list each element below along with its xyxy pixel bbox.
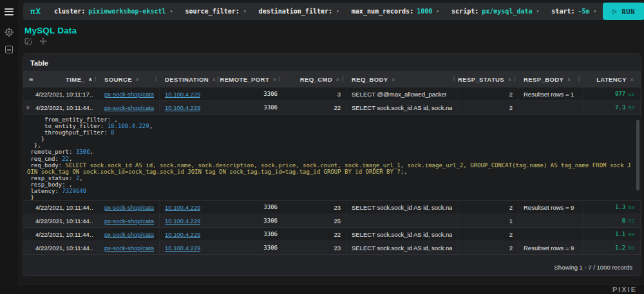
- cell-source: px-sock-shop/catalo…: [99, 241, 160, 254]
- cluster-helm-icon[interactable]: [3, 26, 15, 38]
- destination-link[interactable]: 10.100.4.229: [165, 244, 200, 252]
- script-arg[interactable]: script: px/mysql_data ▾: [451, 8, 539, 15]
- source-link[interactable]: px-sock-shop/catalo…: [104, 91, 154, 98]
- cell-req-cmd: 22: [283, 228, 346, 241]
- destination-link[interactable]: 10.100.4.229: [165, 231, 200, 238]
- page-footer: PIXIE: [18, 284, 644, 294]
- table-header: ≡ TIME_ ∧ ⋮ SOURCE ∧ ⋮ DESTINATION ∧ ⋮ R…: [23, 71, 641, 87]
- table-row[interactable]: ∨ 4/22/2021, 10:11:44… px-sock-shop/cata…: [23, 228, 641, 241]
- source-link[interactable]: px-sock-shop/catalo…: [104, 104, 154, 111]
- destination-link[interactable]: 10.100.4.229: [165, 104, 200, 111]
- cell-time: ∨ 4/22/2021, 10:11:44…: [23, 101, 99, 114]
- menu-icon[interactable]: [5, 6, 14, 17]
- detail-scrollbar[interactable]: [636, 120, 639, 190]
- column-menu-icon[interactable]: ⋮: [576, 76, 582, 82]
- destination-link[interactable]: 10.100.4.229: [165, 217, 200, 225]
- destination-link[interactable]: 10.100.4.229: [165, 204, 200, 211]
- column-header[interactable]: REMOTE_PORT ∧ ⋮: [222, 71, 283, 87]
- cell-remote-port: 3306: [222, 214, 283, 227]
- column-label: REQ_CMD: [300, 76, 332, 83]
- column-header[interactable]: LATENCY ∧: [583, 71, 641, 87]
- start-time-picker[interactable]: start: -5m ▾: [551, 8, 596, 15]
- source-link[interactable]: px-sock-shop/catalo…: [104, 244, 154, 252]
- table-row[interactable]: ∨ 4/22/2021, 10:11:44… px-sock-shop/cata…: [23, 214, 641, 228]
- chevron-down-icon[interactable]: ∨: [26, 104, 35, 111]
- record-count: Showing 1 - 7 / 1000 records: [554, 264, 632, 271]
- table-row[interactable]: ∨ 4/22/2021, 10:11:17… px-sock-shop/cata…: [23, 87, 641, 101]
- cell-req-body: SELECT sock.sock_id AS id, sock.name,…: [346, 241, 458, 254]
- column-header[interactable]: REQ_CMD ∧ ⋮: [283, 71, 346, 87]
- column-label: RESP_BODY: [524, 76, 564, 83]
- cell-destination: 10.100.4.229: [160, 101, 222, 114]
- pixie-logo[interactable]: πX: [30, 6, 41, 16]
- edit-icon[interactable]: [24, 37, 32, 45]
- cell-destination: 10.100.4.229: [160, 87, 222, 100]
- chevron-down-icon: ▾: [536, 8, 540, 14]
- latency-unit: ms: [628, 204, 635, 210]
- latency-value: 1.3: [615, 204, 625, 210]
- column-menu-icon[interactable]: ⋮: [512, 76, 518, 82]
- run-button[interactable]: ▷ RUN: [603, 3, 644, 20]
- column-menu-icon[interactable]: ⋮: [93, 76, 99, 82]
- source-link[interactable]: px-sock-shop/catalo…: [104, 204, 154, 211]
- cell-time: ∨ 4/22/2021, 10:11:44…: [23, 228, 99, 241]
- latency-value: 7.3: [615, 104, 625, 111]
- chevron-down-icon: ▾: [336, 8, 339, 14]
- column-menu-icon[interactable]: ⋮: [340, 76, 346, 82]
- source-link[interactable]: px-sock-shop/catalo…: [104, 231, 154, 238]
- scratchpad-icon[interactable]: [3, 44, 15, 55]
- cell-time: ∨ 4/22/2021, 10:11:44…: [23, 214, 99, 227]
- destination-link[interactable]: 10.100.4.229: [165, 91, 200, 98]
- table-row[interactable]: ∨ 4/22/2021, 10:11:44… px-sock-shop/cata…: [23, 241, 641, 255]
- cell-resp-body: Resultset rows = 1: [518, 87, 583, 100]
- column-label: REMOTE_PORT: [220, 76, 269, 83]
- column-menu-icon[interactable]: ⋮: [153, 76, 159, 82]
- script-arg[interactable]: destination_filter: ▾: [259, 8, 339, 15]
- chevron-down-icon: ▾: [436, 8, 439, 14]
- cell-latency: 7.3 ms: [583, 101, 641, 114]
- column-header[interactable]: ≡ TIME_ ∧ ⋮: [23, 71, 99, 87]
- cell-time: ∨ 4/22/2021, 10:11:17…: [23, 87, 99, 100]
- column-header[interactable]: RESP_BODY ∧ ⋮: [518, 71, 583, 87]
- cell-req-cmd: 25: [283, 214, 346, 227]
- latency-unit: µs: [628, 91, 635, 97]
- column-label: REQ_BODY: [352, 76, 388, 83]
- column-label: LATENCY: [596, 76, 627, 83]
- column-menu-icon[interactable]: ⋮: [451, 76, 457, 82]
- column-header[interactable]: RESP_STATUS ∧ ⋮: [458, 71, 518, 87]
- script-arg[interactable]: max_num_records: 1000 ▾: [352, 8, 439, 15]
- cell-resp-status: 2: [458, 87, 518, 100]
- column-label: DESTINATION: [165, 76, 209, 83]
- cell-resp-body: [518, 214, 583, 227]
- table-menu-icon[interactable]: ≡: [29, 75, 33, 83]
- column-menu-icon[interactable]: ⋮: [277, 76, 283, 82]
- table-row[interactable]: ∨ 4/22/2021, 10:11:44… px-sock-shop/cata…: [23, 201, 641, 214]
- cell-destination: 10.100.4.229: [160, 228, 222, 241]
- column-label: TIME_: [66, 76, 85, 83]
- source-link[interactable]: px-sock-shop/catalo…: [104, 217, 154, 225]
- time-value: 4/22/2021, 10:11:44…: [35, 204, 93, 211]
- column-header[interactable]: DESTINATION ∧ ⋮: [160, 71, 222, 87]
- cell-latency: 1.2 ms: [583, 241, 641, 254]
- script-arg[interactable]: source_filter: ▾: [185, 8, 246, 15]
- cell-resp-status: 2: [458, 241, 518, 254]
- move-icon[interactable]: [39, 37, 47, 45]
- cell-source: px-sock-shop/catalo…: [99, 228, 160, 241]
- arg-value: px/mysql_data: [482, 8, 532, 15]
- table-row[interactable]: ∨ 4/22/2021, 10:11:44… px-sock-shop/cata…: [23, 101, 641, 115]
- latency-value: 977: [615, 91, 625, 97]
- time-value: 4/22/2021, 10:11:44…: [35, 217, 93, 225]
- cell-resp-body: [518, 101, 583, 114]
- cell-remote-port: 3306: [222, 101, 283, 114]
- chevron-down-icon: ▾: [170, 8, 173, 14]
- cell-resp-body: [518, 228, 583, 241]
- column-label: SOURCE: [104, 76, 132, 83]
- arg-label: max_num_records:: [352, 8, 413, 15]
- chevron-down-icon: ▾: [243, 8, 247, 14]
- script-arg[interactable]: cluster: pixieworkshop-eksctl ▾: [54, 8, 173, 15]
- cell-req-body: SELECT sock.sock_id AS id, sock.name,…: [346, 201, 458, 214]
- column-header[interactable]: SOURCE ∧ ⋮: [99, 71, 160, 87]
- column-header[interactable]: REQ_BODY ∧ ⋮: [346, 71, 458, 87]
- arg-value: 1000: [417, 8, 432, 15]
- cell-resp-status: 2: [458, 101, 518, 114]
